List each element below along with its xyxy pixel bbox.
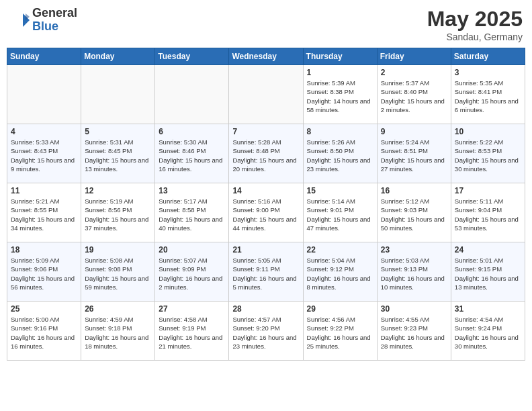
day-detail: Sunrise: 5:21 AMSunset: 8:55 PMDaylight:… — [11, 197, 77, 232]
day-number: 8 — [307, 127, 373, 136]
calendar-table: SundayMondayTuesdayWednesdayThursdayFrid… — [7, 48, 525, 361]
day-cell: 6Sunrise: 5:30 AMSunset: 8:46 PMDaylight… — [155, 124, 229, 183]
day-cell: 3Sunrise: 5:35 AMSunset: 8:41 PMDaylight… — [451, 65, 525, 124]
day-detail: Sunrise: 5:30 AMSunset: 8:46 PMDaylight:… — [159, 138, 225, 173]
day-detail: Sunrise: 5:28 AMSunset: 8:48 PMDaylight:… — [232, 138, 299, 173]
day-detail: Sunrise: 5:07 AMSunset: 9:09 PMDaylight:… — [159, 256, 225, 291]
day-cell: 12Sunrise: 5:19 AMSunset: 8:56 PMDayligh… — [81, 183, 155, 242]
page-header: General Blue May 2025 Sandau, Germany — [7, 7, 525, 42]
day-number: 6 — [159, 127, 225, 136]
day-detail: Sunrise: 5:01 AMSunset: 9:15 PMDaylight:… — [455, 256, 521, 291]
weekday-header-saturday: Saturday — [451, 48, 525, 65]
day-number: 31 — [455, 304, 521, 314]
day-cell: 19Sunrise: 5:08 AMSunset: 9:08 PMDayligh… — [81, 242, 155, 302]
day-cell: 24Sunrise: 5:01 AMSunset: 9:15 PMDayligh… — [451, 242, 525, 302]
day-number: 28 — [232, 304, 299, 314]
day-detail: Sunrise: 5:19 AMSunset: 8:56 PMDaylight:… — [85, 197, 151, 232]
day-detail: Sunrise: 5:39 AMSunset: 8:38 PMDaylight:… — [307, 79, 373, 114]
logo-general-text: General — [32, 7, 77, 20]
day-cell: 1Sunrise: 5:39 AMSunset: 8:38 PMDaylight… — [303, 65, 377, 124]
day-detail: Sunrise: 5:09 AMSunset: 9:06 PMDaylight:… — [11, 256, 77, 291]
day-cell: 23Sunrise: 5:03 AMSunset: 9:13 PMDayligh… — [377, 242, 451, 302]
day-cell: 16Sunrise: 5:12 AMSunset: 9:03 PMDayligh… — [377, 183, 451, 242]
day-detail: Sunrise: 4:59 AMSunset: 9:18 PMDaylight:… — [85, 315, 151, 351]
day-cell: 2Sunrise: 5:37 AMSunset: 8:40 PMDaylight… — [377, 65, 451, 124]
day-number: 19 — [85, 245, 151, 255]
week-row-3: 11Sunrise: 5:21 AMSunset: 8:55 PMDayligh… — [7, 183, 525, 242]
day-detail: Sunrise: 4:57 AMSunset: 9:20 PMDaylight:… — [232, 315, 299, 351]
day-detail: Sunrise: 5:00 AMSunset: 9:16 PMDaylight:… — [11, 315, 77, 351]
day-cell — [7, 65, 81, 124]
day-number: 25 — [11, 304, 77, 314]
day-cell: 4Sunrise: 5:33 AMSunset: 8:43 PMDaylight… — [7, 124, 81, 183]
day-number: 26 — [85, 304, 151, 314]
day-detail: Sunrise: 5:35 AMSunset: 8:41 PMDaylight:… — [455, 79, 521, 114]
day-number: 22 — [307, 245, 373, 255]
day-number: 10 — [455, 127, 521, 136]
day-cell: 9Sunrise: 5:24 AMSunset: 8:51 PMDaylight… — [377, 124, 451, 183]
day-detail: Sunrise: 5:05 AMSunset: 9:11 PMDaylight:… — [232, 256, 299, 291]
day-cell: 31Sunrise: 4:54 AMSunset: 9:24 PMDayligh… — [451, 302, 525, 361]
weekday-header-friday: Friday — [377, 48, 451, 65]
day-number: 1 — [307, 68, 373, 77]
day-number: 17 — [455, 186, 521, 195]
day-detail: Sunrise: 4:55 AMSunset: 9:23 PMDaylight:… — [381, 315, 447, 351]
day-number: 15 — [307, 186, 373, 195]
day-number: 16 — [381, 186, 447, 195]
day-cell: 11Sunrise: 5:21 AMSunset: 8:55 PMDayligh… — [7, 183, 81, 242]
day-detail: Sunrise: 5:24 AMSunset: 8:51 PMDaylight:… — [381, 138, 447, 173]
day-number: 23 — [381, 245, 447, 255]
day-detail: Sunrise: 5:04 AMSunset: 9:12 PMDaylight:… — [307, 256, 373, 291]
day-number: 24 — [455, 245, 521, 255]
day-detail: Sunrise: 5:26 AMSunset: 8:50 PMDaylight:… — [307, 138, 373, 173]
day-cell: 8Sunrise: 5:26 AMSunset: 8:50 PMDaylight… — [303, 124, 377, 183]
weekday-header-thursday: Thursday — [303, 48, 377, 65]
day-number: 3 — [455, 68, 521, 77]
day-number: 30 — [381, 304, 447, 314]
day-detail: Sunrise: 4:54 AMSunset: 9:24 PMDaylight:… — [455, 315, 521, 351]
day-cell: 13Sunrise: 5:17 AMSunset: 8:58 PMDayligh… — [155, 183, 229, 242]
month-year-title: May 2025 — [427, 7, 523, 32]
day-cell: 28Sunrise: 4:57 AMSunset: 9:20 PMDayligh… — [229, 302, 303, 361]
day-number: 12 — [85, 186, 151, 195]
day-cell: 22Sunrise: 5:04 AMSunset: 9:12 PMDayligh… — [303, 242, 377, 302]
day-cell: 27Sunrise: 4:58 AMSunset: 9:19 PMDayligh… — [155, 302, 229, 361]
day-cell: 29Sunrise: 4:56 AMSunset: 9:22 PMDayligh… — [303, 302, 377, 361]
day-cell — [155, 65, 229, 124]
day-cell: 14Sunrise: 5:16 AMSunset: 9:00 PMDayligh… — [229, 183, 303, 242]
day-cell: 17Sunrise: 5:11 AMSunset: 9:04 PMDayligh… — [451, 183, 525, 242]
day-detail: Sunrise: 4:58 AMSunset: 9:19 PMDaylight:… — [159, 315, 225, 351]
day-cell: 20Sunrise: 5:07 AMSunset: 9:09 PMDayligh… — [155, 242, 229, 302]
title-block: May 2025 Sandau, Germany — [427, 7, 523, 42]
weekday-header-sunday: Sunday — [7, 48, 81, 65]
day-cell: 18Sunrise: 5:09 AMSunset: 9:06 PMDayligh… — [7, 242, 81, 302]
day-detail: Sunrise: 4:56 AMSunset: 9:22 PMDaylight:… — [307, 315, 373, 351]
location-subtitle: Sandau, Germany — [427, 32, 523, 42]
day-number: 20 — [159, 245, 225, 255]
day-cell: 25Sunrise: 5:00 AMSunset: 9:16 PMDayligh… — [7, 302, 81, 361]
week-row-2: 4Sunrise: 5:33 AMSunset: 8:43 PMDaylight… — [7, 124, 525, 183]
day-number: 11 — [11, 186, 77, 195]
day-number: 18 — [11, 245, 77, 255]
day-detail: Sunrise: 5:14 AMSunset: 9:01 PMDaylight:… — [307, 197, 373, 232]
day-cell — [81, 65, 155, 124]
day-detail: Sunrise: 5:33 AMSunset: 8:43 PMDaylight:… — [11, 138, 77, 173]
day-cell: 5Sunrise: 5:31 AMSunset: 8:45 PMDaylight… — [81, 124, 155, 183]
day-number: 7 — [232, 127, 299, 136]
day-number: 9 — [381, 127, 447, 136]
logo: General Blue — [9, 7, 77, 34]
day-detail: Sunrise: 5:11 AMSunset: 9:04 PMDaylight:… — [455, 197, 521, 232]
day-detail: Sunrise: 5:12 AMSunset: 9:03 PMDaylight:… — [381, 197, 447, 232]
day-cell: 21Sunrise: 5:05 AMSunset: 9:11 PMDayligh… — [229, 242, 303, 302]
day-cell: 15Sunrise: 5:14 AMSunset: 9:01 PMDayligh… — [303, 183, 377, 242]
day-cell: 10Sunrise: 5:22 AMSunset: 8:53 PMDayligh… — [451, 124, 525, 183]
week-row-1: 1Sunrise: 5:39 AMSunset: 8:38 PMDaylight… — [7, 65, 525, 124]
day-cell: 26Sunrise: 4:59 AMSunset: 9:18 PMDayligh… — [81, 302, 155, 361]
day-number: 29 — [307, 304, 373, 314]
day-number: 2 — [381, 68, 447, 77]
day-detail: Sunrise: 5:16 AMSunset: 9:00 PMDaylight:… — [232, 197, 299, 232]
weekday-header-wednesday: Wednesday — [229, 48, 303, 65]
day-detail: Sunrise: 5:08 AMSunset: 9:08 PMDaylight:… — [85, 256, 151, 291]
day-cell: 7Sunrise: 5:28 AMSunset: 8:48 PMDaylight… — [229, 124, 303, 183]
day-cell — [229, 65, 303, 124]
